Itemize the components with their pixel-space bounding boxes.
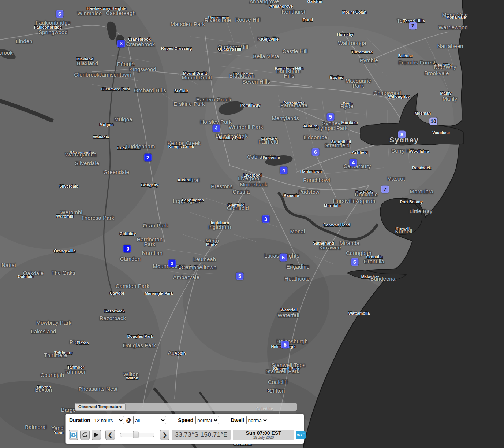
datetime-display: Sun 07:00 EST 19 July 2020 (233, 430, 294, 440)
layer-tab-bar: Observed Temperature (75, 403, 297, 411)
chevron-right-icon: ❯ (163, 432, 167, 438)
coordinates-display: 33.73°S 150.71°E (172, 430, 231, 440)
duration-label: Duration (69, 417, 90, 423)
temperature-marker[interactable]: 4 (213, 125, 220, 132)
datetime-time: Sun 07:00 EST (246, 430, 281, 436)
temperature-marker[interactable]: 10 (429, 118, 437, 125)
step-forward-button[interactable]: ❯ (160, 430, 169, 440)
temperature-marker[interactable]: 3 (262, 215, 270, 223)
temperature-marker[interactable]: 8 (398, 131, 406, 138)
playback-row: ❮ ❯ 33.73°S 150.71°E Sun 07:00 EST 19 Ju… (66, 426, 304, 444)
step-back-button[interactable]: ❮ (105, 430, 115, 440)
dwell-label: Dwell (231, 417, 244, 423)
temperature-marker[interactable]: 2 (168, 260, 176, 267)
at-select[interactable]: all (133, 416, 166, 424)
temperature-marker[interactable]: 5 (236, 273, 244, 280)
temperature-marker[interactable]: 5 (327, 113, 335, 121)
chevron-left-icon: ❮ (108, 432, 113, 438)
timeline-slider-handle[interactable] (133, 431, 139, 438)
animation-control-panel: Duration 12 hours @ all Speed normal Dwe… (65, 414, 304, 444)
play-button[interactable] (92, 430, 101, 440)
loop-icon (82, 432, 88, 438)
play-icon (94, 432, 99, 437)
timeline-slider[interactable] (120, 433, 154, 437)
weatherzone-logo[interactable]: wz° (296, 431, 306, 439)
animation-settings-row: Duration 12 hours @ all Speed normal Dwe… (66, 414, 304, 426)
datetime-date: 19 July 2020 (253, 436, 274, 440)
dwell-select[interactable]: normal (246, 416, 268, 424)
layer-tab-observed-temperature[interactable]: Observed Temperature (75, 403, 126, 410)
temperature-marker[interactable]: -0 (123, 245, 131, 253)
temperature-marker[interactable]: 2 (144, 154, 152, 162)
temperature-marker[interactable]: 3 (117, 40, 125, 48)
duration-select[interactable]: 12 hours (93, 416, 124, 424)
at-label: @ (126, 417, 131, 423)
animate-button[interactable] (69, 430, 78, 440)
temperature-marker[interactable]: 6 (312, 148, 320, 156)
speed-label: Speed (178, 417, 193, 423)
temperature-marker[interactable]: 7 (409, 22, 417, 30)
loop-button[interactable] (80, 430, 90, 440)
temperature-marker[interactable]: 5 (281, 341, 289, 349)
temperature-marker[interactable]: 6 (56, 10, 64, 18)
filmstrip-icon (70, 432, 77, 438)
temperature-marker[interactable]: 6 (351, 258, 359, 266)
temperature-marker[interactable]: 7 (381, 186, 389, 193)
map-base-svg (0, 0, 504, 448)
temperature-marker[interactable]: 5 (280, 254, 287, 262)
temperature-marker[interactable]: 4 (350, 159, 357, 167)
map-viewport[interactable]: Hawkesbury HeightsWinmaleeCastlereaghFau… (0, 0, 504, 448)
temperature-marker[interactable]: 4 (280, 167, 288, 174)
speed-select[interactable]: normal (195, 416, 219, 424)
